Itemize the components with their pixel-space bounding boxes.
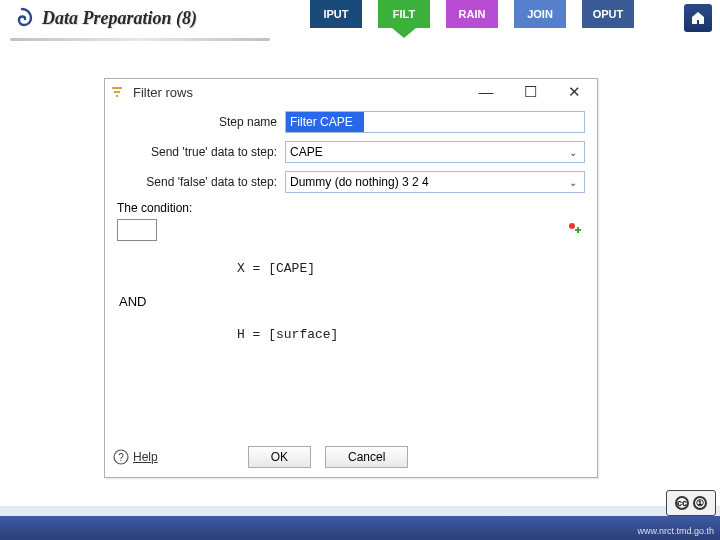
- step-name-input[interactable]: [285, 111, 585, 133]
- help-icon: ?: [113, 449, 129, 465]
- svg-rect-1: [114, 91, 120, 93]
- svg-rect-2: [116, 95, 118, 97]
- condition-field-box[interactable]: [117, 219, 157, 241]
- true-target-value: CAPE: [290, 145, 323, 159]
- svg-text:?: ?: [118, 452, 124, 463]
- tab-oput[interactable]: OPUT: [582, 0, 634, 28]
- help-label: Help: [133, 450, 158, 464]
- add-condition-icon[interactable]: [567, 221, 583, 237]
- tab-iput[interactable]: IPUT: [310, 0, 362, 28]
- and-operator: AND: [119, 294, 585, 309]
- expression-2: H = [surface]: [237, 327, 585, 342]
- help-link[interactable]: ? Help: [113, 449, 158, 465]
- page-title: Data Preparation (8): [42, 8, 197, 29]
- close-button[interactable]: ✕: [565, 83, 583, 101]
- ok-button[interactable]: OK: [248, 446, 311, 468]
- maximize-button[interactable]: ☐: [521, 83, 539, 101]
- cancel-button[interactable]: Cancel: [325, 446, 408, 468]
- dialog-title: Filter rows: [133, 85, 193, 100]
- false-target-combo[interactable]: Dummy (do nothing) 3 2 4 ⌄: [285, 171, 585, 193]
- svg-rect-0: [112, 87, 122, 89]
- chevron-down-icon[interactable]: ⌄: [566, 147, 580, 158]
- expression-1: X = [CAPE]: [237, 261, 585, 276]
- svg-rect-5: [577, 227, 579, 233]
- tab-join[interactable]: JOIN: [514, 0, 566, 28]
- send-true-label: Send 'true' data to step:: [117, 145, 285, 159]
- filter-rows-dialog: Filter rows — ☐ ✕ Step name Send 'true' …: [104, 78, 598, 478]
- svg-point-3: [569, 223, 575, 229]
- tab-rain[interactable]: RAIN: [446, 0, 498, 28]
- chevron-down-icon[interactable]: ⌄: [566, 177, 580, 188]
- condition-label: The condition:: [117, 201, 585, 215]
- minimize-button[interactable]: —: [477, 83, 495, 101]
- false-target-value: Dummy (do nothing) 3 2 4: [290, 175, 429, 189]
- swirl-icon: [10, 6, 34, 30]
- tab-filt[interactable]: FILT: [378, 0, 430, 28]
- step-name-label: Step name: [117, 115, 285, 129]
- footer-url: www.nrct.tmd.go.th: [637, 526, 714, 536]
- filter-icon: [111, 85, 127, 99]
- send-false-label: Send 'false' data to step:: [117, 175, 285, 189]
- dialog-titlebar: Filter rows — ☐ ✕: [105, 79, 597, 105]
- home-icon[interactable]: [684, 4, 712, 32]
- footer-bar: www.nrct.tmd.go.th cc①: [0, 506, 720, 540]
- true-target-combo[interactable]: CAPE ⌄: [285, 141, 585, 163]
- title-rule: [10, 38, 270, 41]
- cc-license-badge: cc①: [666, 490, 716, 516]
